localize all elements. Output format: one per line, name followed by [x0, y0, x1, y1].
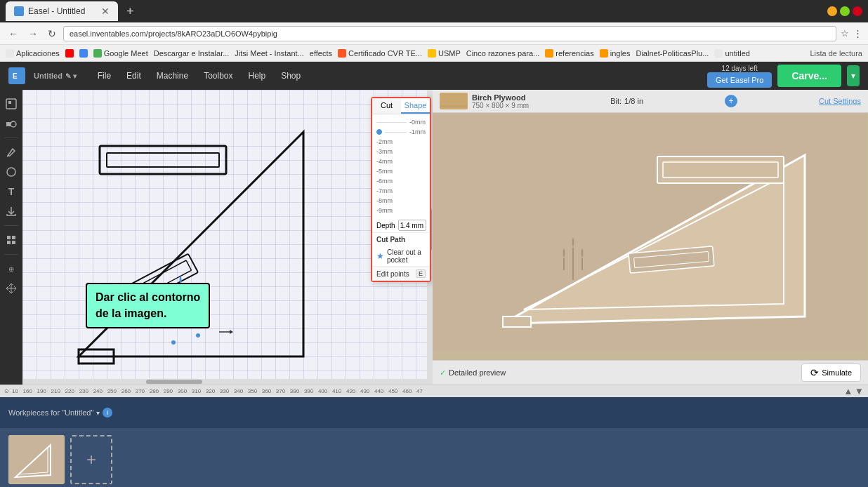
bookmark-usmp[interactable]: USMP: [428, 49, 461, 58]
scroll-down-btn[interactable]: ▼: [855, 386, 864, 396]
menu-toolbox[interactable]: Toolbox: [197, 68, 239, 84]
tool-pen[interactable]: [3, 144, 20, 161]
bookmark-ingles[interactable]: ingles: [600, 49, 631, 58]
bookmark-youtube[interactable]: [65, 49, 74, 58]
menu-file[interactable]: File: [91, 68, 118, 84]
get-easel-pro-btn[interactable]: Get Easel Pro: [707, 72, 772, 88]
bookmark-descargar[interactable]: Descargar e Instalar...: [154, 49, 230, 58]
bookmark-dialnet[interactable]: Dialnet-PoliticasPlu...: [636, 49, 709, 58]
clear-pocket-btn[interactable]: ★ Clear out a pocket: [372, 246, 430, 266]
tab-shape[interactable]: Shape: [401, 98, 430, 114]
settings-btn[interactable]: ⋮: [853, 28, 862, 39]
menu-machine[interactable]: Machine: [150, 68, 195, 84]
bookmark-btn[interactable]: ☆: [841, 28, 849, 39]
preview-bottom: ✓ Detailed preview ⟳ Simulate: [433, 360, 868, 385]
bookmark-cvr[interactable]: Certificado CVR TE...: [338, 49, 422, 58]
scroll-up-btn[interactable]: ▲: [843, 386, 853, 396]
material-preview: [440, 93, 467, 109]
depth-label-8: -8mm: [376, 197, 393, 204]
workpieces-info-icon[interactable]: i: [103, 408, 112, 418]
import-icon: [6, 206, 17, 217]
days-left-group: 12 days left Get Easel Pro: [707, 65, 772, 88]
workpieces-dropdown[interactable]: ▾: [96, 409, 100, 417]
tab-close-btn[interactable]: ✕: [101, 6, 110, 17]
active-tab[interactable]: Easel - Untitled ✕: [6, 1, 118, 21]
bookmark-referencias[interactable]: referencias: [545, 49, 593, 58]
bookmark-untitled[interactable]: untitled: [714, 49, 749, 58]
bookmark-jitsi[interactable]: Jitsi Meet - Instant...: [235, 49, 303, 58]
preview-3d-svg: [433, 113, 867, 352]
carve-btn[interactable]: Carve...: [777, 65, 841, 87]
h-scrollbar[interactable]: [22, 379, 433, 385]
depth-input-field[interactable]: [398, 220, 426, 231]
depth-input-label: Depth: [376, 222, 395, 229]
workpieces-label-group: Workpieces for "Untitled" ▾ i: [8, 408, 112, 418]
menu-help[interactable]: Help: [242, 68, 273, 84]
depth-label-5: -5mm: [376, 168, 393, 175]
svg-point-23: [196, 333, 200, 338]
reload-btn[interactable]: ↻: [45, 27, 59, 41]
minimize-btn[interactable]: [827, 6, 837, 16]
bookmark-google[interactable]: [79, 49, 88, 58]
bookmark-aplicaciones[interactable]: Aplicaciones: [6, 49, 60, 58]
tab-icon: [14, 6, 24, 16]
new-tab-btn[interactable]: +: [121, 4, 140, 19]
workpieces-text: Workpieces for "Untitled": [8, 408, 93, 417]
material-swatch: [440, 93, 468, 109]
tool-text[interactable]: T: [3, 183, 20, 200]
tab-cut[interactable]: Cut: [372, 98, 401, 114]
app-title-suffix[interactable]: ✎ ▾: [65, 72, 77, 80]
bookmark-cinco[interactable]: Cinco razones para...: [466, 49, 540, 58]
header-right: 12 days left Get Easel Pro Carve... ▾: [707, 65, 860, 88]
svg-rect-36: [503, 316, 531, 327]
tool-select[interactable]: [3, 95, 20, 112]
address-bar[interactable]: [63, 26, 836, 41]
window-controls: [827, 6, 862, 16]
depth-4mm: -4mm: [376, 156, 426, 166]
simulate-btn[interactable]: ⟳ Simulate: [801, 363, 861, 382]
forward-btn[interactable]: →: [25, 27, 41, 41]
circle-tool-icon: [6, 166, 17, 178]
detailed-preview-check: ✓ Detailed preview: [440, 368, 506, 378]
close-window-btn[interactable]: [853, 6, 862, 16]
add-bit-btn[interactable]: +: [725, 95, 737, 107]
bookmark-effects[interactable]: effects: [310, 49, 332, 58]
depth-1mm[interactable]: -1mm: [376, 127, 426, 137]
tool-pan[interactable]: [3, 280, 20, 297]
tool-apps[interactable]: [3, 232, 20, 248]
ruler-toggle[interactable]: ⊙: [4, 388, 9, 394]
tool-divider-2: [4, 225, 18, 226]
app-logo: E: [8, 67, 25, 84]
tool-import[interactable]: [3, 203, 20, 220]
cut-settings-btn[interactable]: Cut Settings: [819, 97, 861, 105]
cut-path-row: Cut Path: [372, 232, 430, 246]
svg-rect-13: [107, 153, 219, 167]
svg-rect-4: [6, 122, 11, 126]
carve-chevron-btn[interactable]: ▾: [847, 65, 860, 86]
tool-zoom[interactable]: ⊕: [3, 260, 20, 277]
depth-6mm: -6mm: [376, 176, 426, 186]
workpiece-thumb-1[interactable]: [8, 435, 65, 484]
h-scroll-thumb[interactable]: [146, 380, 202, 384]
add-icon: +: [86, 450, 96, 469]
bookmark-google-meet[interactable]: Google Meet: [93, 49, 148, 58]
ruler-scale: 10 160 190 210 220 230 240 250 260 270 2…: [12, 388, 423, 394]
bookmarks-bar: Aplicaciones Google Meet Descargar e Ins…: [0, 45, 868, 62]
edit-points-btn[interactable]: Edit points E: [372, 266, 430, 281]
tab-bar: Easel - Untitled ✕ +: [0, 0, 868, 22]
menu-shop[interactable]: Shop: [274, 68, 308, 84]
depth-ruler: -0mm -1mm -2mm -3mm -4mm: [372, 114, 430, 218]
back-btn[interactable]: ←: [6, 27, 21, 41]
depth-input-row: Depth: [372, 218, 430, 232]
reading-list[interactable]: Lista de lectura: [810, 49, 862, 58]
grid-canvas: Dar clic al contornode la imagen. Cut Sh…: [22, 90, 433, 385]
maximize-btn[interactable]: [840, 6, 850, 16]
svg-rect-7: [7, 236, 11, 239]
tool-circle[interactable]: [3, 164, 20, 180]
depth-2mm: -2mm: [376, 137, 426, 147]
canvas-area[interactable]: Dar clic al contornode la imagen. Cut Sh…: [22, 90, 433, 385]
add-workpiece-btn[interactable]: +: [70, 435, 112, 484]
menu-edit[interactable]: Edit: [119, 68, 148, 84]
tool-shapes[interactable]: [3, 115, 20, 132]
preview-area: [433, 113, 868, 360]
